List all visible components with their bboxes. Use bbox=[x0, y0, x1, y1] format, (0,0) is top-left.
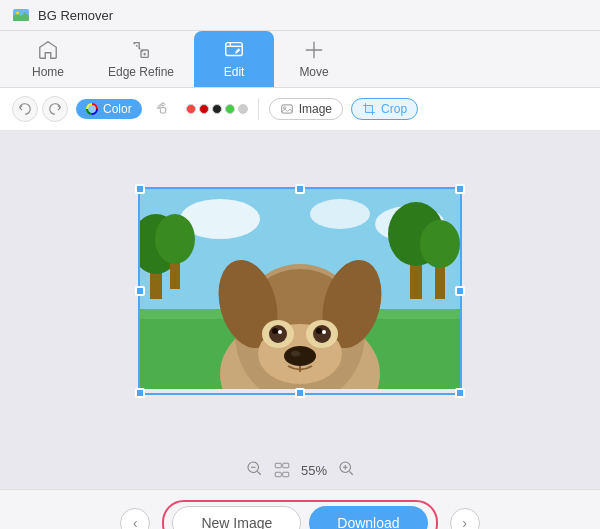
handle-top-left[interactable] bbox=[135, 184, 145, 194]
move-icon bbox=[303, 39, 325, 61]
handle-bottom-middle[interactable] bbox=[295, 388, 305, 398]
image-label: Image bbox=[299, 102, 332, 116]
svg-rect-44 bbox=[283, 472, 289, 477]
toolbar-divider bbox=[258, 98, 259, 120]
next-button[interactable]: › bbox=[450, 508, 480, 529]
tab-edge-refine-label: Edge Refine bbox=[108, 65, 174, 79]
title-bar: BG Remover bbox=[0, 0, 600, 31]
color-button[interactable]: Color bbox=[76, 99, 142, 119]
crop-icon bbox=[362, 102, 376, 116]
svg-point-34 bbox=[316, 328, 322, 334]
action-bar: ‹ New Image Download › bbox=[0, 489, 600, 529]
tab-edit-label: Edit bbox=[224, 65, 245, 79]
swatch-red[interactable] bbox=[186, 104, 196, 114]
svg-point-11 bbox=[310, 199, 370, 229]
svg-point-32 bbox=[313, 325, 331, 343]
zoom-value: 55% bbox=[301, 463, 327, 478]
handle-bottom-left[interactable] bbox=[135, 388, 145, 398]
svg-rect-5 bbox=[160, 108, 165, 113]
svg-point-1 bbox=[16, 12, 19, 15]
swatch-black[interactable] bbox=[212, 104, 222, 114]
zoom-fit-icon[interactable] bbox=[273, 461, 291, 479]
redo-button[interactable] bbox=[42, 96, 68, 122]
handle-middle-left[interactable] bbox=[135, 286, 145, 296]
rotate-icon-btn[interactable] bbox=[150, 96, 176, 122]
handle-top-right[interactable] bbox=[455, 184, 465, 194]
swatch-darkred[interactable] bbox=[199, 104, 209, 114]
svg-point-33 bbox=[272, 328, 278, 334]
svg-rect-43 bbox=[275, 472, 281, 477]
prev-button[interactable]: ‹ bbox=[120, 508, 150, 529]
svg-point-20 bbox=[420, 220, 460, 268]
svg-rect-8 bbox=[366, 106, 373, 113]
svg-rect-41 bbox=[275, 463, 281, 468]
new-image-button[interactable]: New Image bbox=[172, 506, 301, 529]
home-icon bbox=[37, 39, 59, 61]
image-button[interactable]: Image bbox=[269, 98, 343, 120]
app-title: BG Remover bbox=[38, 8, 113, 23]
color-label: Color bbox=[103, 102, 132, 116]
handle-middle-right[interactable] bbox=[455, 286, 465, 296]
swatch-green[interactable] bbox=[225, 104, 235, 114]
edit-icon bbox=[223, 39, 245, 61]
tab-move[interactable]: Move bbox=[274, 31, 354, 87]
toolbar: Color Image Crop bbox=[0, 88, 600, 131]
undo-redo-group bbox=[12, 96, 68, 122]
image-icon bbox=[280, 102, 294, 116]
app-icon bbox=[12, 6, 30, 24]
crop-button[interactable]: Crop bbox=[351, 98, 418, 120]
zoom-out-button[interactable] bbox=[245, 459, 263, 481]
undo-button[interactable] bbox=[12, 96, 38, 122]
svg-point-39 bbox=[291, 351, 299, 356]
nav-tabs: Home Edge Refine Edit Move bbox=[0, 31, 600, 88]
download-button[interactable]: Download bbox=[309, 506, 427, 529]
edge-refine-icon bbox=[130, 39, 152, 61]
svg-point-16 bbox=[155, 214, 195, 264]
tab-home[interactable]: Home bbox=[8, 31, 88, 87]
svg-rect-6 bbox=[281, 105, 292, 113]
zoom-bar: 55% bbox=[0, 451, 600, 489]
svg-rect-3 bbox=[226, 43, 243, 56]
prev-icon: ‹ bbox=[133, 515, 138, 529]
next-icon: › bbox=[462, 515, 467, 529]
zoom-in-button[interactable] bbox=[337, 459, 355, 481]
crop-label: Crop bbox=[381, 102, 407, 116]
tab-home-label: Home bbox=[32, 65, 64, 79]
color-swatches bbox=[186, 104, 248, 114]
image-container[interactable] bbox=[138, 187, 462, 395]
handle-top-middle[interactable] bbox=[295, 184, 305, 194]
tab-move-label: Move bbox=[299, 65, 328, 79]
tab-edit[interactable]: Edit bbox=[194, 31, 274, 87]
svg-point-36 bbox=[322, 330, 326, 334]
swatch-grey[interactable] bbox=[238, 104, 248, 114]
tab-edge-refine[interactable]: Edge Refine bbox=[88, 31, 194, 87]
svg-point-31 bbox=[269, 325, 287, 343]
svg-point-35 bbox=[278, 330, 282, 334]
main-image bbox=[140, 189, 460, 389]
svg-point-37 bbox=[284, 346, 316, 366]
handle-bottom-right[interactable] bbox=[455, 388, 465, 398]
canvas-area bbox=[0, 131, 600, 451]
color-icon bbox=[86, 103, 98, 115]
svg-rect-42 bbox=[283, 463, 289, 468]
